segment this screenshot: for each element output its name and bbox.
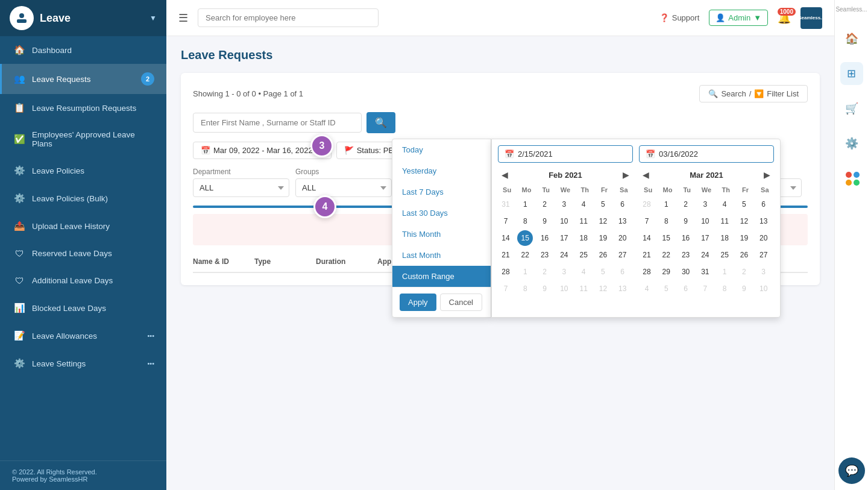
cal-day[interactable]: 10	[697, 213, 713, 229]
cal-day[interactable]: 12	[595, 281, 611, 297]
seamless-logo[interactable]: Seamless...	[800, 7, 822, 29]
apply-button[interactable]: Apply	[400, 294, 436, 311]
cal-day[interactable]: 2	[678, 196, 694, 212]
cal-day[interactable]: 10	[756, 281, 772, 297]
right-cal-prev[interactable]: ◀	[639, 169, 653, 181]
cal-day[interactable]: 21	[639, 247, 655, 263]
sidebar-item-blocked-leave-days[interactable]: 📊 Blocked Leave Days	[0, 294, 166, 322]
cal-day[interactable]: 10	[556, 213, 572, 229]
employee-search-input[interactable]	[193, 113, 362, 133]
cal-day[interactable]: 7	[639, 213, 655, 229]
cal-day[interactable]: 1	[517, 196, 533, 212]
cal-day[interactable]: 19	[595, 230, 611, 246]
search-execute-button[interactable]: 🔍	[366, 112, 395, 133]
cal-day[interactable]: 22	[658, 247, 674, 263]
cal-day[interactable]: 12	[736, 213, 752, 229]
cal-day[interactable]: 13	[615, 281, 631, 297]
dropdown-last-month[interactable]: Last Month	[392, 245, 491, 266]
cal-day[interactable]: 12	[595, 213, 611, 229]
left-cal-prev[interactable]: ◀	[498, 169, 512, 181]
right-cal-next[interactable]: ▶	[760, 169, 774, 181]
dropdown-last7days[interactable]: Last 7 Days	[392, 181, 491, 203]
cal-day[interactable]: 6	[615, 264, 631, 280]
cal-day-selected[interactable]: 15	[517, 230, 533, 246]
sidebar-item-leave-resumption[interactable]: 📋 Leave Resumption Requests	[0, 94, 166, 122]
cal-day[interactable]: 6	[615, 196, 631, 212]
cal-day[interactable]: 1	[717, 264, 732, 280]
dropdown-yesterday[interactable]: Yesterday	[392, 160, 491, 181]
sidebar-item-dashboard[interactable]: 🏠 Dashboard	[0, 36, 166, 64]
dropdown-this-month[interactable]: This Month	[392, 224, 491, 245]
sidebar-item-additional-leave-days[interactable]: 🛡 Additional Leave Days	[0, 267, 166, 294]
cal-day[interactable]: 8	[658, 213, 674, 229]
cal-day[interactable]: 27	[756, 247, 772, 263]
cal-day[interactable]: 5	[595, 264, 611, 280]
cancel-button[interactable]: Cancel	[440, 294, 482, 311]
cal-day[interactable]: 26	[736, 247, 752, 263]
cal-day[interactable]: 11	[717, 213, 732, 229]
cal-day[interactable]: 21	[498, 247, 514, 263]
groups-select[interactable]: ALL	[295, 178, 392, 197]
cal-day[interactable]: 3	[556, 264, 572, 280]
cal-day[interactable]: 23	[678, 247, 694, 263]
cal-day[interactable]: 28	[639, 264, 655, 280]
cal-day[interactable]: 16	[678, 230, 694, 246]
cal-day[interactable]: 9	[537, 281, 553, 297]
cal-day[interactable]: 25	[717, 247, 732, 263]
cal-day[interactable]: 15	[658, 230, 674, 246]
right-grid-button[interactable]: ⊞	[840, 62, 863, 85]
cal-day[interactable]: 9	[678, 213, 694, 229]
cal-day[interactable]: 6	[756, 196, 772, 212]
cal-day[interactable]: 13	[756, 213, 772, 229]
search-filter-button[interactable]: 🔍 Search / 🔽 Filter List	[699, 85, 808, 102]
cal-day[interactable]: 3	[556, 196, 572, 212]
cal-day[interactable]: 20	[756, 230, 772, 246]
cal-day[interactable]: 7	[697, 281, 713, 297]
right-chat-button[interactable]: 💬	[838, 457, 865, 484]
dropdown-custom-range[interactable]: Custom Range	[392, 266, 491, 287]
sidebar-item-leave-policies[interactable]: ⚙️ Leave Policies	[0, 157, 166, 184]
cal-day[interactable]: 2	[537, 196, 553, 212]
dropdown-today[interactable]: Today	[392, 139, 491, 160]
cal-day[interactable]: 3	[697, 196, 713, 212]
sidebar-item-upload-leave-history[interactable]: 📤 Upload Leave History	[0, 212, 166, 240]
cal-day[interactable]: 24	[697, 247, 713, 263]
cal-day[interactable]: 8	[717, 281, 732, 297]
cal-day[interactable]: 31	[697, 264, 713, 280]
right-dots-button[interactable]	[840, 167, 863, 190]
cal-day[interactable]: 4	[576, 264, 591, 280]
cal-day[interactable]: 29	[658, 264, 674, 280]
cal-day[interactable]: 5	[658, 281, 674, 297]
cal-day[interactable]: 9	[736, 281, 752, 297]
cal-day[interactable]: 14	[498, 230, 514, 246]
cal-day[interactable]: 18	[717, 230, 732, 246]
sidebar-item-approved-leave[interactable]: ✅ Employees' Approved Leave Plans	[0, 122, 166, 157]
cal-day[interactable]: 4	[639, 281, 655, 297]
sidebar-item-leave-requests[interactable]: 👥 Leave Requests 2	[0, 64, 166, 94]
cal-day[interactable]: 7	[498, 281, 514, 297]
cal-day[interactable]: 27	[615, 247, 631, 263]
cal-day[interactable]: 4	[717, 196, 732, 212]
dropdown-last30days[interactable]: Last 30 Days	[392, 203, 491, 224]
notification-button[interactable]: 🔔 1000	[778, 11, 791, 25]
admin-button[interactable]: 👤 Admin ▼	[709, 10, 768, 26]
department-select[interactable]: ALL	[193, 178, 289, 197]
to-date-input[interactable]	[659, 149, 767, 159]
cal-day[interactable]: 3	[756, 264, 772, 280]
cal-day[interactable]: 6	[678, 281, 694, 297]
cal-day[interactable]: 5	[736, 196, 752, 212]
cal-day[interactable]: 1	[658, 196, 674, 212]
right-home-button[interactable]: 🏠	[840, 27, 863, 50]
sidebar-item-leave-policies-bulk[interactable]: ⚙️ Leave Policies (Bulk)	[0, 184, 166, 212]
cal-day[interactable]: 7	[498, 213, 514, 229]
sidebar-item-leave-allowances[interactable]: 📝 Leave Allowances •••	[0, 322, 166, 350]
sidebar-header[interactable]: Leave ▼	[0, 0, 166, 36]
cal-day[interactable]: 2	[537, 264, 553, 280]
cal-day[interactable]: 26	[595, 247, 611, 263]
cal-day[interactable]: 14	[639, 230, 655, 246]
cal-day[interactable]: 11	[576, 213, 591, 229]
cal-day[interactable]: 30	[678, 264, 694, 280]
cal-day[interactable]: 18	[576, 230, 591, 246]
cal-day[interactable]: 8	[517, 281, 533, 297]
from-date-input[interactable]	[518, 149, 626, 159]
